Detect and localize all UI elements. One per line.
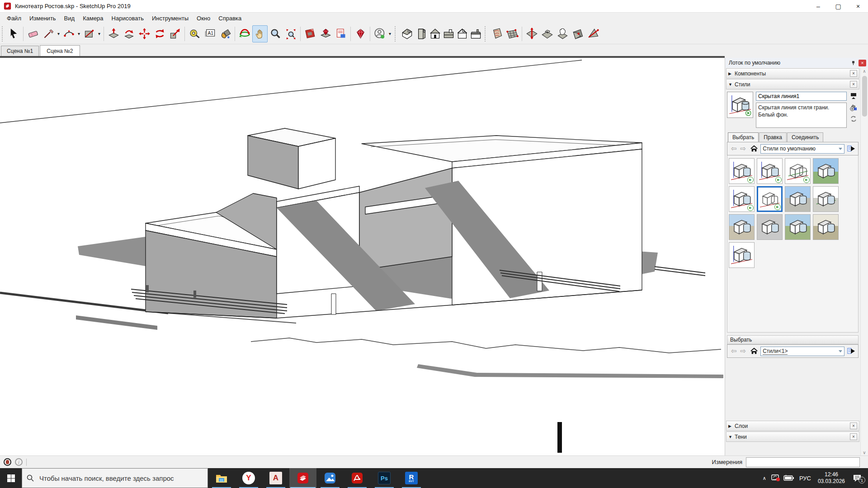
style-description[interactable]: Скрытая линия стиля грани. Белый фон.: [756, 103, 847, 128]
scroll-down-icon[interactable]: [863, 449, 866, 455]
style-thumb-4[interactable]: [813, 158, 839, 184]
add-detail-button[interactable]: [570, 25, 585, 42]
style-collection-dropdown[interactable]: Стили по умолчанию: [760, 144, 844, 154]
styles-close-button[interactable]: ×: [850, 81, 857, 88]
minimize-button[interactable]: –: [808, 0, 828, 12]
menu-view[interactable]: Вид: [60, 14, 79, 23]
view-right-button[interactable]: [469, 25, 482, 42]
style-thumb-13[interactable]: [729, 242, 755, 268]
eraser-tool-button[interactable]: [25, 25, 41, 42]
style-thumb-2[interactable]: [757, 158, 783, 184]
home-icon[interactable]: [750, 145, 758, 152]
view-top-button[interactable]: [442, 25, 455, 42]
style-builder-button[interactable]: [333, 25, 349, 42]
view-back-button[interactable]: [415, 25, 428, 42]
display-sync-icon[interactable]: [771, 474, 780, 482]
style-thumb-12[interactable]: [813, 214, 839, 240]
taskbar-search[interactable]: [22, 468, 208, 488]
scene-tab-1[interactable]: Сцена №1: [1, 46, 39, 56]
maximize-button[interactable]: ▢: [828, 0, 848, 12]
account-dropdown[interactable]: [387, 25, 392, 42]
account-button[interactable]: [372, 25, 387, 42]
style-thumb-5[interactable]: [729, 186, 755, 212]
style-name-input[interactable]: [756, 92, 847, 101]
in-model-styles-dropdown[interactable]: Стили<1>: [760, 347, 844, 356]
language-indicator[interactable]: РУС: [797, 475, 813, 482]
menu-tools[interactable]: Инструменты: [148, 14, 193, 23]
details-menu-button[interactable]: [846, 144, 856, 154]
tab-select[interactable]: Выбрать: [728, 132, 759, 142]
tray-scrollbar[interactable]: [860, 68, 868, 455]
style-thumb-8[interactable]: [813, 186, 839, 212]
shadows-section-header[interactable]: ▼ Тени ×: [726, 432, 859, 442]
line-tool-dropdown[interactable]: [56, 25, 61, 42]
tray-expand-icon[interactable]: [761, 475, 768, 481]
sandbox-from-scratch-button[interactable]: [505, 25, 520, 42]
menu-camera[interactable]: Камера: [79, 14, 107, 23]
taskbar-photos[interactable]: [316, 468, 344, 488]
nav-forward-icon[interactable]: [741, 347, 746, 355]
follow-me-tool-button[interactable]: [121, 25, 137, 42]
style-thumb-1[interactable]: [729, 158, 755, 184]
display-pane-icon[interactable]: [850, 93, 857, 100]
layers-section-header[interactable]: ▶ Слои ×: [726, 421, 859, 431]
scroll-up-icon[interactable]: [863, 68, 866, 74]
taskbar-sketchup[interactable]: [289, 468, 316, 488]
menu-draw[interactable]: Нарисовать: [108, 14, 148, 23]
rotate-tool-button[interactable]: [152, 25, 167, 42]
view-left-button[interactable]: [455, 25, 469, 42]
menu-window[interactable]: Окно: [193, 14, 214, 23]
geolocation-icon[interactable]: [4, 458, 11, 466]
taskbar-yandex-browser[interactable]: Y: [235, 468, 262, 488]
push-pull-tool-button[interactable]: [106, 25, 121, 42]
line-tool-button[interactable]: [41, 25, 56, 42]
style-thumb-6-selected[interactable]: [757, 186, 783, 212]
flip-edge-button[interactable]: [585, 25, 601, 42]
extension-warehouse-button[interactable]: [353, 25, 368, 42]
styles-section-header[interactable]: ▼ Стили ×: [726, 79, 859, 89]
rectangle-tool-button[interactable]: [81, 25, 97, 42]
start-button[interactable]: [0, 468, 22, 488]
paint-bucket-tool-button[interactable]: [217, 25, 233, 42]
layers-close-button[interactable]: ×: [850, 422, 857, 429]
arc-tool-button[interactable]: [61, 25, 76, 42]
rectangle-tool-dropdown[interactable]: [97, 25, 102, 42]
tray-title-bar[interactable]: Лоток по умолчанию ×: [725, 58, 868, 68]
measurements-input[interactable]: [746, 457, 860, 467]
menu-file[interactable]: Файл: [3, 14, 25, 23]
tape-measure-tool-button[interactable]: [187, 25, 202, 42]
stamp-button[interactable]: [539, 25, 555, 42]
menu-help[interactable]: Справка: [214, 14, 245, 23]
zoom-extents-tool-button[interactable]: [283, 25, 298, 42]
sandbox-from-contours-button[interactable]: [489, 25, 505, 42]
scale-tool-button[interactable]: [167, 25, 183, 42]
scene-tab-2[interactable]: Сцена №2: [40, 45, 80, 56]
select-tool-button[interactable]: [6, 25, 21, 42]
style-thumb-11[interactable]: [785, 214, 811, 240]
taskbar-acrobat[interactable]: [344, 468, 371, 488]
style-thumb-9[interactable]: [729, 214, 755, 240]
view-front-button[interactable]: [428, 25, 442, 42]
close-button[interactable]: ×: [848, 0, 868, 12]
style-thumb-7[interactable]: [785, 186, 811, 212]
pin-icon[interactable]: [849, 60, 857, 66]
drape-button[interactable]: [555, 25, 570, 42]
tray-close-button[interactable]: ×: [859, 60, 866, 66]
pan-tool-button[interactable]: [252, 25, 268, 42]
arc-tool-dropdown[interactable]: [76, 25, 81, 42]
info-icon[interactable]: [15, 458, 23, 466]
tab-mix[interactable]: Соединить: [787, 132, 824, 142]
create-style-icon[interactable]: [850, 104, 857, 111]
toolbar-grip[interactable]: [2, 26, 5, 42]
taskbar-revit[interactable]: R RVT: [398, 468, 425, 488]
action-center-button[interactable]: 1: [850, 474, 864, 482]
nav-forward-icon[interactable]: [741, 145, 746, 153]
model-viewport[interactable]: [0, 58, 725, 455]
update-style-icon[interactable]: [850, 115, 857, 122]
orbit-tool-button[interactable]: [237, 25, 252, 42]
smoove-button[interactable]: [524, 25, 539, 42]
menu-edit[interactable]: Изменить: [25, 14, 60, 23]
home-icon[interactable]: [750, 347, 758, 355]
components-close-button[interactable]: ×: [850, 70, 857, 77]
battery-icon[interactable]: [783, 475, 794, 481]
